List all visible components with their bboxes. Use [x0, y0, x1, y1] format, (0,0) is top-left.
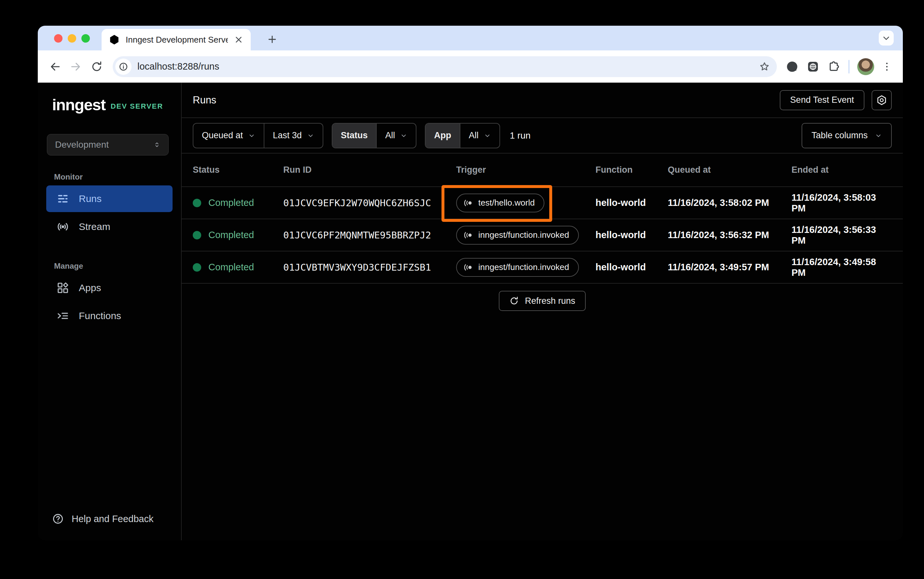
- functions-icon: [57, 310, 69, 322]
- status-label: Completed: [208, 230, 254, 240]
- ended-at: 11/16/2024, 3:49:58 PM: [791, 257, 892, 278]
- forward-button[interactable]: [66, 57, 85, 76]
- status-dot: [193, 231, 201, 239]
- queued-at: 11/16/2024, 3:58:02 PM: [668, 198, 791, 208]
- refresh-runs-label: Refresh runs: [525, 296, 575, 306]
- app-filter-dropdown[interactable]: All: [460, 124, 499, 148]
- chevron-down-icon: [400, 132, 407, 139]
- send-test-event-button[interactable]: Send Test Event: [780, 90, 865, 110]
- table-columns-label: Table columns: [811, 131, 868, 141]
- logo: inngest DEV SERVER: [38, 98, 181, 112]
- back-button[interactable]: [46, 57, 64, 76]
- status-label: Completed: [208, 198, 254, 208]
- sidebar-item-label: Apps: [79, 282, 101, 293]
- new-tab-button[interactable]: [263, 30, 281, 49]
- ended-at: 11/16/2024, 3:56:33 PM: [791, 224, 892, 246]
- extensions-puzzle-icon[interactable]: [824, 57, 843, 76]
- reload-button[interactable]: [87, 57, 106, 76]
- browser-tab[interactable]: Inngest Development Server: [102, 29, 251, 51]
- dev-server-badge: DEV SERVER: [111, 102, 163, 112]
- zoom-window-button[interactable]: [81, 34, 90, 43]
- inngest-favicon-icon: [109, 34, 120, 45]
- status-filter-dropdown[interactable]: All: [377, 124, 416, 148]
- function-name[interactable]: hello-world: [596, 230, 668, 240]
- sidebar-item-label: Functions: [79, 310, 121, 321]
- window-controls: [54, 34, 90, 43]
- status-filter-group: Status All: [332, 123, 417, 148]
- trigger-badge[interactable]: inngest/function.invoked: [456, 226, 579, 245]
- sidebar-item-runs[interactable]: Runs: [46, 185, 172, 212]
- time-range-label: Last 3d: [273, 131, 302, 141]
- column-header-queued-at: Queued at: [668, 165, 791, 175]
- time-range-dropdown[interactable]: Last 3d: [264, 124, 323, 148]
- sidebar: inngest DEV SERVER Development Monitor R…: [38, 83, 182, 540]
- bookmark-star-icon[interactable]: [757, 59, 772, 75]
- trigger-badge[interactable]: test/hello.world: [456, 193, 544, 213]
- run-id[interactable]: 01JCVBTMV3WXY9D3CFDEJFZSB1: [283, 262, 456, 273]
- event-signal-icon: [463, 198, 473, 208]
- table-row[interactable]: Completed 01JCVC9EFKJ2W70WQHC6ZH6SJC tes…: [182, 187, 903, 219]
- chevron-down-icon: [307, 132, 314, 139]
- page-header: Runs Send Test Event: [182, 83, 903, 118]
- page-title: Runs: [193, 94, 216, 106]
- sidebar-item-stream[interactable]: Stream: [46, 213, 172, 240]
- close-tab-icon[interactable]: [234, 35, 243, 44]
- function-name[interactable]: hello-world: [596, 262, 668, 273]
- column-header-trigger: Trigger: [456, 165, 596, 175]
- time-field-label: Queued at: [202, 131, 243, 141]
- close-window-button[interactable]: [54, 34, 62, 43]
- status-label: Completed: [208, 262, 254, 273]
- manage-section-label: Manage: [54, 262, 181, 271]
- apps-icon: [57, 282, 69, 294]
- sidebar-item-label: Stream: [79, 221, 110, 232]
- settings-button[interactable]: [871, 90, 892, 110]
- refresh-icon: [509, 296, 519, 306]
- queued-at: 11/16/2024, 3:56:32 PM: [668, 230, 791, 240]
- app-filter-group: App All: [425, 123, 500, 148]
- trigger-badge[interactable]: inngest/function.invoked: [456, 258, 579, 277]
- function-name[interactable]: hello-world: [596, 198, 668, 208]
- help-icon: [52, 513, 64, 525]
- browser-extension-icon[interactable]: [804, 57, 822, 76]
- environment-select[interactable]: Development: [47, 134, 169, 155]
- table-columns-button[interactable]: Table columns: [802, 123, 892, 148]
- refresh-runs-button[interactable]: Refresh runs: [499, 291, 586, 311]
- address-bar[interactable]: localhost:8288/runs: [113, 56, 777, 77]
- password-manager-extension-icon[interactable]: [783, 57, 802, 76]
- sidebar-item-apps[interactable]: Apps: [46, 275, 172, 301]
- app-filter-label: App: [425, 124, 460, 148]
- url-text[interactable]: localhost:8288/runs: [138, 61, 757, 72]
- toolbar-divider: [849, 60, 849, 74]
- browser-menu-icon[interactable]: [879, 57, 895, 76]
- monitor-section-label: Monitor: [54, 172, 181, 182]
- status-dot: [193, 263, 201, 272]
- help-and-feedback[interactable]: Help and Feedback: [38, 513, 181, 540]
- status-filter-label: Status: [332, 124, 376, 148]
- chevron-down-icon: [248, 132, 255, 139]
- run-id[interactable]: 01JCVC9EFKJ2W70WQHC6ZH6SJC: [283, 198, 456, 208]
- sidebar-item-functions[interactable]: Functions: [46, 303, 172, 329]
- help-label: Help and Feedback: [72, 514, 154, 524]
- queued-at: 11/16/2024, 3:49:57 PM: [668, 262, 791, 273]
- run-count: 1 run: [510, 131, 531, 141]
- select-updown-icon: [153, 141, 161, 148]
- table-row[interactable]: Completed 01JCVBTMV3WXY9D3CFDEJFZSB1 inn…: [182, 252, 903, 284]
- runs-page: Runs Send Test Event Queued at: [182, 83, 903, 540]
- minimize-window-button[interactable]: [68, 34, 76, 43]
- site-info-icon[interactable]: [115, 59, 131, 75]
- profile-avatar[interactable]: [857, 58, 874, 75]
- gear-icon: [876, 95, 887, 106]
- column-header-run-id: Run ID: [283, 165, 456, 175]
- browser-tab-strip: Inngest Development Server: [38, 26, 903, 51]
- time-field-dropdown[interactable]: Queued at: [194, 124, 264, 148]
- sidebar-item-label: Runs: [79, 193, 102, 204]
- chevron-down-icon: [875, 132, 882, 139]
- inngest-logo: inngest: [52, 98, 105, 112]
- run-id[interactable]: 01JCVC6PF2MQNMTWE95BBRZPJ2: [283, 230, 456, 241]
- tab-search-button[interactable]: [879, 31, 894, 46]
- ended-at: 11/16/2024, 3:58:03 PM: [791, 192, 892, 214]
- table-row[interactable]: Completed 01JCVC6PF2MQNMTWE95BBRZPJ2 inn…: [182, 219, 903, 252]
- app-content: inngest DEV SERVER Development Monitor R…: [38, 83, 903, 540]
- column-header-function: Function: [596, 165, 668, 175]
- status-filter-value: All: [385, 131, 395, 141]
